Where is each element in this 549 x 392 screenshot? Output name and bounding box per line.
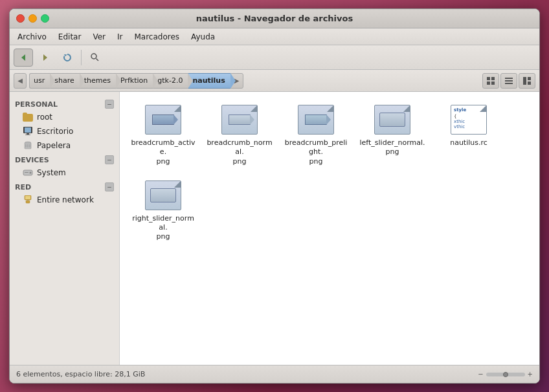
file-name-breadcrumb-prelight: breadcrumb_prelight.png xyxy=(283,138,349,166)
zoom-slider[interactable] xyxy=(486,373,525,376)
close-button[interactable] xyxy=(16,14,25,23)
reload-button[interactable] xyxy=(58,49,77,67)
sidebar-item-escritorio[interactable]: Escritorio xyxy=(10,124,119,138)
file-breadcrumb-normal[interactable]: breadcrumb_normal.png xyxy=(204,100,275,170)
breadcrumb-bar: ◀ usr share themes Prfktion gtk-2.0 naut… xyxy=(10,70,539,92)
statusbar: 6 elementos, espacio libre: 28,1 GiB − + xyxy=(10,365,539,383)
svg-rect-25 xyxy=(25,196,30,199)
svg-rect-7 xyxy=(505,80,513,82)
svg-rect-11 xyxy=(528,82,531,85)
minimize-button[interactable] xyxy=(28,14,37,23)
file-icon-right-slider xyxy=(144,179,183,212)
trash-icon xyxy=(23,140,33,151)
search-button[interactable] xyxy=(85,49,105,67)
menu-archivo[interactable]: Archivo xyxy=(12,31,52,43)
sidebar-item-system[interactable]: System xyxy=(10,166,119,180)
menubar: Archivo Editar Ver Ir Marcadores Ayuda xyxy=(10,28,539,45)
sidebar-item-root[interactable]: root xyxy=(10,110,119,124)
svg-rect-4 xyxy=(487,82,490,85)
crumb-nautilus[interactable]: nautilus xyxy=(188,73,230,89)
back-button[interactable] xyxy=(14,49,33,67)
folder-icon xyxy=(23,112,33,122)
svg-rect-8 xyxy=(505,83,513,84)
drive-icon xyxy=(23,168,33,178)
file-nautilus-rc[interactable]: style { xthic vthic nautilus.rc xyxy=(433,100,504,170)
crumb-gtk20[interactable]: gtk-2.0 xyxy=(153,73,188,89)
main-window: nautilus - Navegador de archivos Archivo… xyxy=(9,8,540,384)
file-name-left-slider: left_slider_normal.png xyxy=(359,138,425,157)
personal-section-title: Personal xyxy=(15,100,58,109)
sidebar-item-network[interactable]: Entire network xyxy=(10,193,119,207)
file-name-breadcrumb-normal: breadcrumb_normal.png xyxy=(207,138,273,166)
svg-rect-6 xyxy=(505,78,513,79)
main-area: Personal − root Escritorio Papelera xyxy=(10,92,539,365)
system-label: System xyxy=(37,168,66,177)
svg-rect-3 xyxy=(491,77,495,80)
list-view-button[interactable] xyxy=(500,73,517,89)
network-icon xyxy=(23,195,33,205)
status-text: 6 elementos, espacio libre: 28,1 GiB xyxy=(16,370,145,378)
svg-rect-14 xyxy=(27,133,29,135)
escritorio-label: Escritorio xyxy=(37,127,73,136)
zoom-handle xyxy=(503,372,508,377)
sidebar-section-red: Red − xyxy=(10,180,119,193)
file-name-nautilus-rc: nautilus.rc xyxy=(450,138,487,147)
svg-rect-9 xyxy=(523,77,526,85)
file-area: breadcrumb_active.png breadcrumb_normal.… xyxy=(120,92,539,365)
sidebar-item-papelera[interactable]: Papelera xyxy=(10,138,119,153)
file-breadcrumb-prelight[interactable]: breadcrumb_prelight.png xyxy=(280,100,352,170)
crumb-usr[interactable]: usr xyxy=(29,73,50,89)
sidebar-section-personal: Personal − xyxy=(10,97,119,110)
zoom-control: − + xyxy=(478,371,533,378)
file-name-breadcrumb-active: breadcrumb_active.png xyxy=(130,138,196,166)
file-right-slider[interactable]: right_slider_normal.png xyxy=(128,175,199,246)
view-buttons xyxy=(482,73,535,89)
svg-rect-2 xyxy=(487,77,490,80)
file-icon-breadcrumb-active xyxy=(144,103,183,136)
forward-button[interactable] xyxy=(36,49,55,67)
svg-rect-23 xyxy=(25,172,28,173)
titlebar: nautilus - Navegador de archivos xyxy=(10,9,539,28)
svg-line-1 xyxy=(96,58,99,61)
file-icon-left-slider xyxy=(373,103,412,136)
zoom-out-button[interactable]: − xyxy=(478,371,483,378)
file-breadcrumb-active[interactable]: breadcrumb_active.png xyxy=(128,100,199,170)
file-icon-breadcrumb-normal xyxy=(220,103,259,136)
sidebar-section-devices: Devices − xyxy=(10,153,119,166)
svg-rect-15 xyxy=(25,135,30,135)
crumb-prfktion[interactable]: Prfktion xyxy=(116,73,153,89)
devices-section-title: Devices xyxy=(15,156,49,164)
file-name-right-slider: right_slider_normal.png xyxy=(130,214,196,242)
monitor-icon xyxy=(23,126,33,136)
file-icon-nautilus-rc: style { xthic vthic xyxy=(449,103,488,136)
svg-rect-13 xyxy=(25,127,31,133)
icon-view-button[interactable] xyxy=(482,73,499,89)
crumb-themes[interactable]: themes xyxy=(80,73,116,89)
personal-collapse-button[interactable]: − xyxy=(105,100,114,109)
menu-ir[interactable]: Ir xyxy=(112,31,128,43)
breadcrumb-back-button[interactable]: ◀ xyxy=(14,73,27,89)
papelera-label: Papelera xyxy=(37,141,71,150)
file-left-slider[interactable]: left_slider_normal.png xyxy=(357,100,428,170)
menu-marcadores[interactable]: Marcadores xyxy=(129,31,185,43)
menu-ayuda[interactable]: Ayuda xyxy=(186,31,220,43)
devices-collapse-button[interactable]: − xyxy=(105,155,114,164)
file-icon-breadcrumb-prelight xyxy=(297,103,335,136)
root-label: root xyxy=(37,113,52,122)
sidebar: Personal − root Escritorio Papelera xyxy=(10,92,120,365)
menu-editar[interactable]: Editar xyxy=(53,31,87,43)
window-title: nautilus - Navegador de archivos xyxy=(196,14,353,23)
red-collapse-button[interactable]: − xyxy=(105,182,114,191)
svg-rect-10 xyxy=(528,77,531,80)
breadcrumb-nav: usr share themes Prfktion gtk-2.0 nautil… xyxy=(29,73,480,89)
svg-rect-26 xyxy=(26,201,30,203)
svg-point-0 xyxy=(91,54,96,59)
zoom-in-button[interactable]: + xyxy=(528,371,533,378)
maximize-button[interactable] xyxy=(41,14,49,23)
menu-ver[interactable]: Ver xyxy=(87,31,111,43)
compact-view-button[interactable] xyxy=(519,73,535,89)
network-label: Entire network xyxy=(37,195,94,204)
window-controls xyxy=(16,14,49,23)
red-section-title: Red xyxy=(15,183,31,191)
toolbar-separator xyxy=(81,50,82,65)
